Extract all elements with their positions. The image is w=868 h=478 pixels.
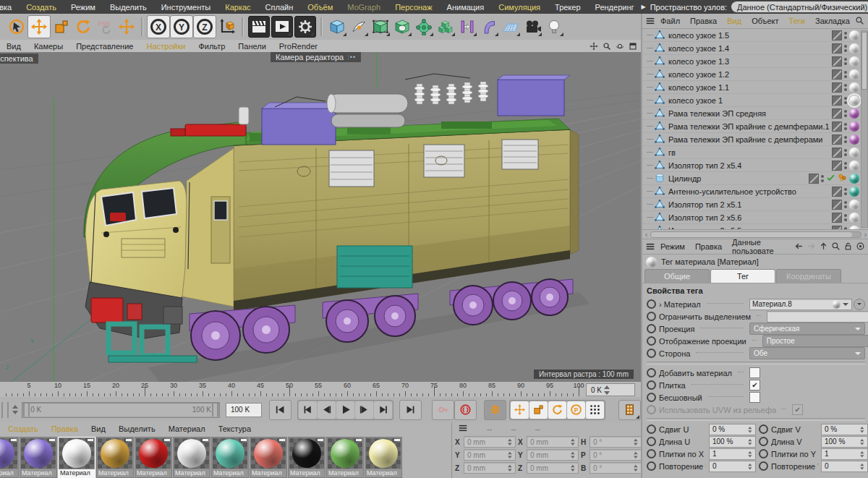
material-tile[interactable]: Материал (250, 437, 287, 478)
spinner-arrows-icon[interactable] (859, 461, 864, 471)
spinner-arrows-icon[interactable] (569, 450, 576, 460)
visibility-dots[interactable] (844, 188, 847, 195)
layer-toggle[interactable] (832, 213, 842, 223)
material-tag-icon[interactable] (849, 43, 859, 54)
timeline-window-button[interactable] (618, 400, 641, 420)
material-tile[interactable]: Материал (58, 437, 95, 478)
range-handle-left[interactable] (23, 404, 30, 417)
value-field-плитки-по-y[interactable]: 1 (821, 448, 868, 460)
object-row[interactable]: гв (642, 146, 868, 159)
layer-toggle[interactable] (832, 121, 842, 132)
array-object-button[interactable] (435, 16, 456, 38)
value-field-плитки-по-x[interactable]: 1 (709, 448, 756, 460)
visibility-dots[interactable] (844, 201, 847, 208)
layer-toggle[interactable] (832, 30, 842, 40)
phong-tag-icon[interactable] (838, 173, 847, 184)
value-field-сдвиг-v[interactable]: 0 % (821, 424, 868, 435)
search-icon[interactable] (831, 242, 841, 252)
attribute-menu-данные пользовате[interactable]: Данные пользовате (727, 238, 794, 255)
object-menu-вид[interactable]: Вид (722, 17, 746, 25)
object-row[interactable]: колесо узкое 1.3 (642, 55, 868, 68)
visibility-dots[interactable] (844, 149, 847, 156)
target-icon[interactable] (856, 242, 865, 252)
tab-тег[interactable]: Тег (710, 269, 775, 283)
object-row[interactable]: Изолятор тип 2 x5.1 (642, 198, 868, 211)
coordinate-field[interactable]: 0 ° (590, 449, 642, 461)
viewport-maximize-icon[interactable] (627, 41, 638, 51)
record-key-button[interactable] (432, 400, 454, 420)
autokey-record-button[interactable] (454, 400, 477, 420)
animation-dot-icon[interactable] (759, 437, 768, 446)
go-to-end-button[interactable] (399, 400, 422, 420)
attribute-menu-режим[interactable]: Режим (655, 242, 690, 251)
viewport-menu-панели[interactable]: Панели (231, 42, 272, 51)
attribute-menu-правка[interactable]: Правка (690, 242, 727, 251)
material-tag-icon[interactable] (849, 30, 859, 40)
material-tile[interactable]: Материал (365, 437, 402, 478)
spinner-arrows-icon[interactable] (632, 437, 639, 447)
move-tool-button[interactable] (27, 15, 51, 38)
material-tile[interactable]: Материал (20, 437, 57, 478)
value-field-длина-u[interactable]: 100 % (709, 436, 756, 448)
visibility-dots[interactable] (844, 71, 847, 78)
visibility-dots[interactable] (844, 97, 847, 104)
end-frame-field[interactable]: 100 K (226, 403, 262, 417)
object-row[interactable]: Цилиндр (642, 172, 868, 185)
material-tag-icon[interactable] (849, 121, 859, 132)
animation-dot-icon[interactable] (647, 437, 656, 446)
material-tag-icon[interactable] (849, 82, 859, 93)
material-link-field[interactable]: Материал.8 (749, 299, 852, 310)
tab-общие[interactable]: Общие (644, 269, 710, 283)
layer-toggle[interactable] (832, 135, 842, 145)
material-tag-icon[interactable] (849, 213, 859, 223)
material-tile[interactable]: Материал (211, 437, 249, 478)
field-object-button[interactable] (413, 16, 435, 38)
range-handle-right[interactable] (212, 404, 218, 417)
material-menu-правка[interactable]: Правка (45, 424, 85, 433)
previous-key-button[interactable] (299, 401, 317, 419)
object-row[interactable]: Изолятор тип 2 x5.6 (642, 211, 868, 224)
keyframe-settings-button[interactable] (484, 400, 506, 420)
animation-dot-icon[interactable] (647, 324, 656, 333)
camera-label[interactable]: Камера редактора :•• (271, 52, 361, 62)
visibility-dots[interactable] (844, 162, 847, 169)
x-axis-lock-button[interactable]: X (147, 15, 170, 38)
animation-dot-icon[interactable] (647, 299, 656, 309)
view-label[interactable]: Перспектива (0, 54, 38, 64)
selection-restrict-field[interactable] (767, 311, 868, 323)
menu-item-выделить[interactable]: Выделить (103, 3, 154, 12)
dropdown-проекция[interactable]: Сферическая (749, 323, 865, 335)
hscroll-handle[interactable] (651, 232, 852, 237)
play-button[interactable] (336, 401, 354, 419)
object-row[interactable]: Антенно-усилительное устройство (642, 185, 868, 198)
object-row[interactable]: Рама тележки ЭП крайние с демпферами.1 (642, 120, 868, 133)
animation-dot-icon[interactable] (647, 336, 656, 346)
object-row[interactable]: колесо узкое 1.2 (642, 68, 868, 81)
object-row[interactable]: Рама тележки ЭП крайние с демпферами (642, 133, 868, 146)
key-rotation-toggle[interactable] (548, 401, 566, 419)
viewport-zoomv-icon[interactable] (601, 41, 612, 51)
material-tag-icon[interactable] (849, 148, 859, 158)
spinner-arrows-icon[interactable] (506, 463, 513, 473)
key-scale-toggle[interactable] (529, 401, 548, 419)
z-axis-lock-button[interactable]: Z (193, 15, 216, 38)
spinner-arrows-icon[interactable] (632, 450, 639, 460)
menu-item-правка[interactable]: Правка (0, 3, 19, 12)
menu-item-объём[interactable]: Объём (300, 3, 340, 12)
range-spinner[interactable] (12, 403, 20, 417)
coordinate-system-button[interactable] (216, 16, 238, 38)
animation-dot-icon[interactable] (647, 449, 656, 458)
object-row[interactable]: колесо узкое 1.5 (642, 29, 868, 42)
light-object-button[interactable] (543, 16, 565, 38)
previous-frame-button[interactable] (318, 401, 336, 419)
menu-item-режим[interactable]: Режим (64, 3, 103, 12)
current-frame-spinner[interactable]: 0 K (586, 383, 635, 396)
spinner-arrows-icon[interactable] (632, 463, 639, 473)
animation-dot-icon[interactable] (647, 368, 656, 377)
deformer-bend-button[interactable] (478, 16, 500, 38)
animation-dot-icon[interactable] (647, 393, 656, 402)
material-tag-icon[interactable] (849, 187, 859, 197)
modeling-boole-button[interactable] (391, 16, 413, 38)
coordinate-menu-icon[interactable] (455, 423, 468, 435)
layer-toggle[interactable] (809, 174, 819, 184)
